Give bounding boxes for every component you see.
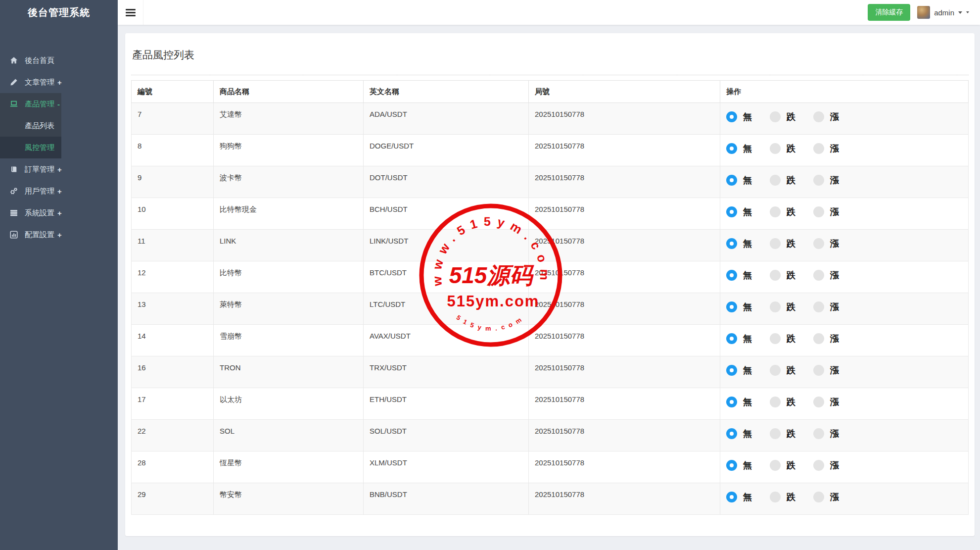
radio-none-selected[interactable] [726, 397, 737, 407]
radio-label-fall[interactable]: 跌 [787, 491, 795, 503]
radio-label-fall[interactable]: 跌 [787, 428, 795, 440]
radio-label-none[interactable]: 無 [743, 269, 752, 281]
op-group-rise: 漲 [813, 238, 839, 250]
radio-label-fall[interactable]: 跌 [787, 174, 795, 186]
product-name-cell: TRON [214, 356, 364, 388]
radio-none-selected[interactable] [726, 428, 737, 439]
radio-rise[interactable] [813, 301, 824, 312]
radio-rise[interactable] [813, 333, 824, 344]
radio-fall[interactable] [770, 333, 781, 344]
radio-label-rise[interactable]: 漲 [830, 333, 839, 345]
english-name-cell: ETH/USDT [364, 388, 529, 420]
operation-cell: 無跌漲 [720, 325, 969, 356]
sidebar-item-home[interactable]: 後台首頁 [0, 50, 118, 71]
radio-none-selected[interactable] [726, 238, 737, 249]
radio-label-none[interactable]: 無 [743, 301, 752, 313]
radio-label-none[interactable]: 無 [743, 364, 752, 376]
user-dropdown[interactable]: admin [917, 6, 969, 19]
radio-label-fall[interactable]: 跌 [787, 301, 795, 313]
radio-rise[interactable] [813, 397, 824, 407]
radio-fall[interactable] [770, 143, 781, 154]
sidebar-item-user[interactable]: 用戶管理+ [0, 180, 118, 202]
radio-label-none[interactable]: 無 [743, 206, 752, 218]
radio-none-selected[interactable] [726, 460, 737, 471]
radio-label-fall[interactable]: 跌 [787, 333, 795, 345]
op-group-fall: 跌 [770, 238, 795, 250]
radio-label-rise[interactable]: 漲 [830, 111, 839, 123]
avatar[interactable] [917, 6, 930, 19]
radio-label-none[interactable]: 無 [743, 143, 752, 154]
radio-label-none[interactable]: 無 [743, 396, 752, 408]
radio-none-selected[interactable] [726, 206, 737, 217]
op-group-rise: 漲 [813, 491, 839, 503]
radio-label-none[interactable]: 無 [743, 238, 752, 250]
english-name-cell: LTC/USDT [364, 293, 529, 325]
radio-label-rise[interactable]: 漲 [830, 206, 839, 218]
radio-none-selected[interactable] [726, 143, 737, 154]
radio-none-selected[interactable] [726, 301, 737, 312]
radio-none-selected[interactable] [726, 111, 737, 122]
clear-cache-button[interactable]: 清除緩存 [868, 4, 910, 21]
radio-rise[interactable] [813, 365, 824, 376]
radio-label-rise[interactable]: 漲 [830, 269, 839, 281]
radio-none-selected[interactable] [726, 492, 737, 502]
radio-label-fall[interactable]: 跌 [787, 459, 795, 471]
radio-rise[interactable] [813, 460, 824, 471]
radio-label-fall[interactable]: 跌 [787, 396, 795, 408]
radio-fall[interactable] [770, 492, 781, 502]
radio-label-rise[interactable]: 漲 [830, 238, 839, 250]
radio-label-none[interactable]: 無 [743, 174, 752, 186]
radio-none-selected[interactable] [726, 175, 737, 186]
radio-label-rise[interactable]: 漲 [830, 428, 839, 440]
sidebar-item-system[interactable]: 系統設置+ [0, 202, 118, 224]
row-id-cell: 7 [132, 103, 214, 135]
radio-rise[interactable] [813, 111, 824, 122]
radio-label-rise[interactable]: 漲 [830, 396, 839, 408]
radio-label-fall[interactable]: 跌 [787, 111, 795, 123]
radio-label-none[interactable]: 無 [743, 333, 752, 345]
radio-fall[interactable] [770, 365, 781, 376]
radio-label-rise[interactable]: 漲 [830, 301, 839, 313]
radio-label-fall[interactable]: 跌 [787, 238, 795, 250]
radio-none-selected[interactable] [726, 365, 737, 376]
radio-fall[interactable] [770, 111, 781, 122]
radio-label-rise[interactable]: 漲 [830, 491, 839, 503]
radio-label-rise[interactable]: 漲 [830, 143, 839, 154]
radio-rise[interactable] [813, 175, 824, 186]
radio-label-rise[interactable]: 漲 [830, 174, 839, 186]
radio-rise[interactable] [813, 492, 824, 502]
sidebar-item-article[interactable]: 文章管理+ [0, 71, 118, 93]
sidebar-item-product-list[interactable]: 產品列表 [0, 115, 61, 137]
radio-fall[interactable] [770, 397, 781, 407]
radio-fall[interactable] [770, 428, 781, 439]
radio-fall[interactable] [770, 460, 781, 471]
radio-label-rise[interactable]: 漲 [830, 459, 839, 471]
radio-label-fall[interactable]: 跌 [787, 143, 795, 154]
sidebar-toggle-button[interactable] [118, 0, 143, 25]
radio-fall[interactable] [770, 206, 781, 217]
radio-rise[interactable] [813, 143, 824, 154]
sidebar-item-config[interactable]: 配置設置+ [0, 224, 118, 246]
radio-label-none[interactable]: 無 [743, 459, 752, 471]
radio-label-rise[interactable]: 漲 [830, 364, 839, 376]
radio-rise[interactable] [813, 238, 824, 249]
radio-fall[interactable] [770, 175, 781, 186]
radio-rise[interactable] [813, 270, 824, 281]
radio-label-none[interactable]: 無 [743, 428, 752, 440]
radio-label-fall[interactable]: 跌 [787, 206, 795, 218]
radio-fall[interactable] [770, 238, 781, 249]
sidebar-item-product[interactable]: 產品管理- [0, 93, 61, 115]
radio-rise[interactable] [813, 428, 824, 439]
op-group-rise: 漲 [813, 428, 839, 440]
radio-fall[interactable] [770, 270, 781, 281]
radio-none-selected[interactable] [726, 333, 737, 344]
radio-fall[interactable] [770, 301, 781, 312]
radio-label-fall[interactable]: 跌 [787, 364, 795, 376]
sidebar-item-risk-manage[interactable]: 風控管理 [0, 137, 61, 158]
radio-none-selected[interactable] [726, 270, 737, 281]
sidebar-item-order[interactable]: 訂單管理+ [0, 158, 118, 180]
radio-rise[interactable] [813, 206, 824, 217]
radio-label-none[interactable]: 無 [743, 111, 752, 123]
radio-label-fall[interactable]: 跌 [787, 269, 795, 281]
radio-label-none[interactable]: 無 [743, 491, 752, 503]
